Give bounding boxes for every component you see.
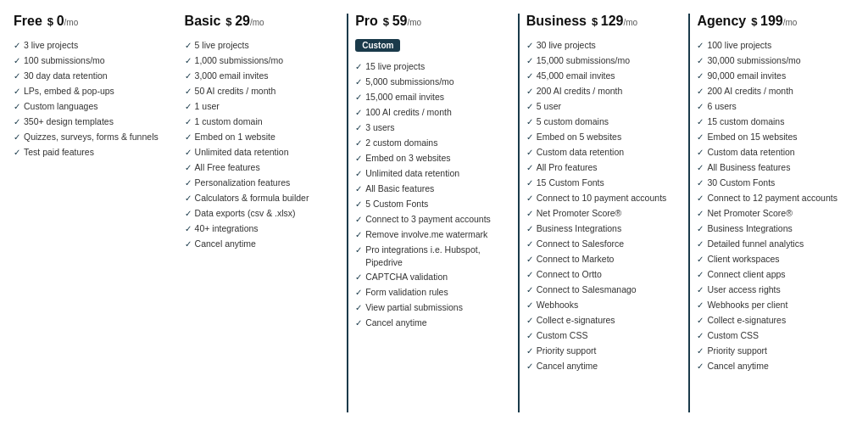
check-icon: ✓ (14, 86, 20, 98)
feature-text: 200 AI credits / month (707, 85, 793, 98)
feature-text: 100 AI credits / month (365, 106, 452, 119)
feature-item: ✓Connect to Salesmanago (526, 283, 682, 296)
feature-item: ✓5 live projects (185, 39, 341, 52)
feature-text: CAPTCHA validation (365, 271, 448, 283)
feature-text: View partial submissions (365, 301, 463, 314)
plan-header-free: Free$ 0/mo (14, 14, 170, 29)
check-icon: ✓ (355, 244, 362, 256)
feature-item: ✓200 AI credits / month (526, 85, 682, 98)
check-icon: ✓ (697, 284, 704, 296)
feature-list-agency: ✓100 live projects✓30,000 submissions/mo… (697, 39, 853, 373)
feature-item: ✓50 AI credits / month (185, 85, 341, 98)
feature-item: ✓Net Promoter Score® (526, 207, 682, 220)
feature-text: All Free features (195, 161, 260, 174)
feature-text: Embed on 15 websites (707, 131, 797, 143)
feature-item: ✓Remove involve.me watermark (355, 228, 511, 241)
feature-text: Embed on 5 websites (537, 131, 621, 143)
feature-item: ✓5 Custom Fonts (355, 198, 511, 210)
feature-text: 3 live projects (24, 39, 78, 52)
feature-text: Connect to Salesmanago (537, 283, 637, 296)
feature-text: Priority support (707, 345, 767, 357)
check-icon: ✓ (355, 317, 362, 329)
feature-text: 15 live projects (365, 60, 425, 73)
feature-item: ✓Test paid features (14, 146, 170, 159)
feature-text: 1,000 submissions/mo (195, 54, 283, 67)
check-icon: ✓ (697, 70, 704, 82)
check-icon: ✓ (355, 199, 362, 210)
check-icon: ✓ (355, 183, 362, 195)
feature-text: 90,000 email invites (707, 70, 786, 82)
feature-item: ✓Unlimited data retention (355, 167, 511, 180)
pricing-table: Free$ 0/mo✓3 live projects✓100 submissio… (0, 0, 868, 426)
feature-item: ✓30,000 submissions/mo (697, 54, 853, 67)
feature-text: Priority support (537, 345, 597, 357)
plan-header-business: Business$ 129/mo (526, 14, 682, 29)
check-icon: ✓ (355, 287, 362, 299)
check-icon: ✓ (355, 302, 362, 314)
feature-item: ✓Custom data retention (697, 146, 853, 159)
feature-item: ✓5 user (526, 100, 682, 113)
feature-text: 3,000 email invites (195, 70, 269, 82)
feature-text: Quizzes, surveys, forms & funnels (24, 131, 159, 143)
feature-text: 45,000 email invites (537, 70, 615, 82)
check-icon: ✓ (526, 300, 533, 311)
feature-text: 6 users (707, 100, 736, 113)
check-icon: ✓ (697, 132, 704, 143)
feature-text: 15 custom domains (707, 115, 784, 128)
feature-text: Detailed funnel analytics (707, 238, 804, 250)
plan-col-business: Business$ 129/mo✓30 live projects✓15,000… (520, 14, 691, 412)
feature-text: Cancel anytime (195, 238, 256, 250)
feature-text: All Basic features (365, 182, 434, 195)
feature-item: ✓All Business features (697, 161, 853, 174)
check-icon: ✓ (697, 193, 704, 205)
feature-text: 2 custom domains (365, 137, 437, 149)
feature-item: ✓Priority support (697, 345, 853, 357)
plan-col-free: Free$ 0/mo✓3 live projects✓100 submissio… (7, 14, 178, 412)
plan-price-pro: $ 59/mo (383, 14, 421, 29)
plan-header-agency: Agency$ 199/mo (697, 14, 853, 29)
check-icon: ✓ (697, 162, 704, 174)
feature-item: ✓90,000 email invites (697, 70, 853, 82)
feature-text: Business Integrations (707, 222, 792, 235)
plan-name-pro: Pro (355, 14, 378, 29)
feature-item: ✓Connect to 12 payment accounts (697, 192, 853, 205)
feature-list-basic: ✓5 live projects✓1,000 submissions/mo✓3,… (185, 39, 341, 250)
feature-text: Unlimited data retention (365, 167, 459, 180)
check-icon: ✓ (14, 55, 20, 67)
feature-item: ✓1 user (185, 100, 341, 113)
check-icon: ✓ (526, 330, 533, 342)
feature-item: ✓Pro integrations i.e. Hubspot, Pipedriv… (355, 244, 511, 268)
check-icon: ✓ (355, 214, 362, 226)
feature-text: User access rights (707, 283, 780, 296)
feature-text: 30 Custom Fonts (707, 177, 775, 189)
check-icon: ✓ (185, 223, 192, 235)
feature-item: ✓3 live projects (14, 39, 170, 52)
check-icon: ✓ (526, 193, 533, 205)
feature-item: ✓Custom CSS (526, 329, 682, 342)
feature-text: Pro integrations i.e. Hubspot, Pipedrive (365, 244, 511, 268)
check-icon: ✓ (697, 254, 704, 266)
check-icon: ✓ (185, 101, 192, 113)
feature-item: ✓View partial submissions (355, 301, 511, 314)
feature-item: ✓Detailed funnel analytics (697, 238, 853, 250)
plan-col-pro: Pro$ 59/moCustom✓15 live projects✓5,000 … (348, 14, 520, 412)
check-icon: ✓ (697, 269, 704, 281)
feature-text: LPs, embed & pop-ups (24, 85, 114, 98)
feature-item: ✓Embed on 15 websites (697, 131, 853, 143)
feature-text: Test paid features (24, 146, 94, 159)
feature-text: Form validation rules (365, 286, 448, 299)
check-icon: ✓ (14, 101, 20, 113)
plan-name-free: Free (14, 14, 42, 29)
feature-text: Net Promoter Score® (537, 207, 622, 220)
feature-text: Cancel anytime (707, 360, 768, 373)
feature-text: 5 live projects (195, 39, 249, 52)
check-icon: ✓ (697, 223, 704, 235)
feature-item: ✓5 custom domains (526, 115, 682, 128)
plan-header-pro: Pro$ 59/mo (355, 14, 511, 29)
feature-item: ✓3 users (355, 121, 511, 134)
feature-item: ✓LPs, embed & pop-ups (14, 85, 170, 98)
plan-col-agency: Agency$ 199/mo✓100 live projects✓30,000 … (690, 14, 861, 412)
feature-item: ✓Connect to Marketo (526, 253, 682, 266)
check-icon: ✓ (697, 300, 704, 311)
check-icon: ✓ (526, 361, 533, 373)
